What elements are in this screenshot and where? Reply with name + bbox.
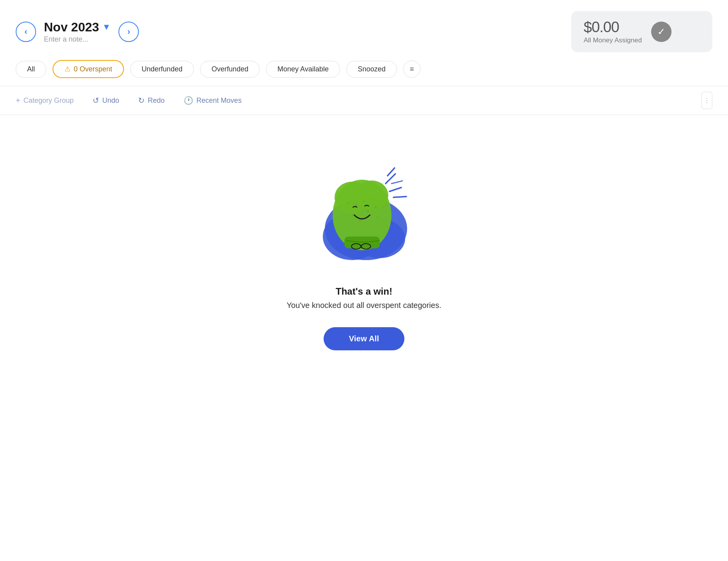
svg-line-19 [388,168,395,176]
month-info: Nov 2023 ▼ Enter a note... [44,20,111,44]
warning-icon: ⚠ [64,65,71,73]
win-illustration [301,146,427,272]
filter-snoozed-button[interactable]: Snoozed [346,61,397,78]
svg-point-6 [355,204,357,206]
svg-line-17 [386,174,395,184]
svg-point-11 [360,220,361,222]
header-right: $0.00 All Money Assigned ✓ [571,11,712,52]
svg-line-18 [389,188,401,191]
month-label: Nov 2023 [44,20,99,35]
redo-button[interactable]: ↻ Redo [129,93,174,108]
filter-all-button[interactable]: All [16,61,46,78]
money-assigned-card: $0.00 All Money Assigned ✓ [571,11,712,52]
header: ‹ Nov 2023 ▼ Enter a note... › $0.00 All… [0,0,728,60]
filter-underfunded-button[interactable]: Underfunded [130,61,194,78]
recent-moves-icon: 🕐 [184,96,193,105]
filter-options-button[interactable]: ≡ [403,60,420,78]
resize-handle[interactable]: ⋮ [701,92,712,109]
filter-overspent-label: 0 Overspent [74,65,112,73]
add-category-group-button[interactable]: + Category Group [16,93,83,108]
plus-icon: + [16,96,20,105]
main-content: That's a win! You've knocked out all ove… [0,115,728,382]
filter-overfunded-button[interactable]: Overfunded [200,61,260,78]
svg-point-5 [355,180,388,210]
prev-month-button[interactable]: ‹ [16,22,36,42]
toolbar: + Category Group ↺ Undo ↻ Redo 🕐 Recent … [0,86,728,115]
money-assigned-info: $0.00 All Money Assigned [584,19,642,44]
filter-overspent-button[interactable]: ⚠ 0 Overspent [53,60,124,78]
recent-moves-label: Recent Moves [197,97,242,105]
svg-point-8 [367,210,369,212]
header-left: ‹ Nov 2023 ▼ Enter a note... › [16,20,139,44]
view-all-button[interactable]: View All [324,327,404,350]
win-subtext: You've knocked out all overspent categor… [287,301,441,310]
resize-icon: ⋮ [704,97,710,104]
redo-label: Redo [148,97,165,105]
recent-moves-button[interactable]: 🕐 Recent Moves [174,93,251,108]
filter-money-available-button[interactable]: Money Available [266,61,340,78]
next-month-button[interactable]: › [118,22,139,42]
month-title: Nov 2023 ▼ [44,20,111,35]
all-money-assigned-icon: ✓ [651,22,672,42]
check-icon: ✓ [657,26,665,37]
money-assigned-amount: $0.00 [584,19,642,36]
undo-button[interactable]: ↺ Undo [83,93,129,108]
win-heading: That's a win! [336,286,392,297]
add-category-group-label: Category Group [24,97,74,105]
win-illustration-svg [301,146,427,272]
svg-point-12 [348,202,349,204]
undo-label: Undo [102,97,119,105]
svg-point-9 [352,215,353,216]
svg-point-10 [375,206,377,208]
svg-point-7 [364,201,365,202]
svg-line-20 [393,197,406,197]
chevron-right-icon: › [127,27,130,37]
filter-options-icon: ≡ [410,65,414,73]
month-dropdown-arrow[interactable]: ▼ [102,22,111,32]
svg-line-21 [391,181,402,184]
filter-bar: All ⚠ 0 Overspent Underfunded Overfunded… [0,60,728,86]
money-assigned-label: All Money Assigned [584,36,642,44]
svg-point-13 [377,217,379,218]
svg-rect-14 [344,237,380,248]
chevron-left-icon: ‹ [24,27,27,37]
month-note[interactable]: Enter a note... [44,35,88,44]
redo-icon: ↻ [138,96,145,105]
undo-icon: ↺ [93,96,99,105]
